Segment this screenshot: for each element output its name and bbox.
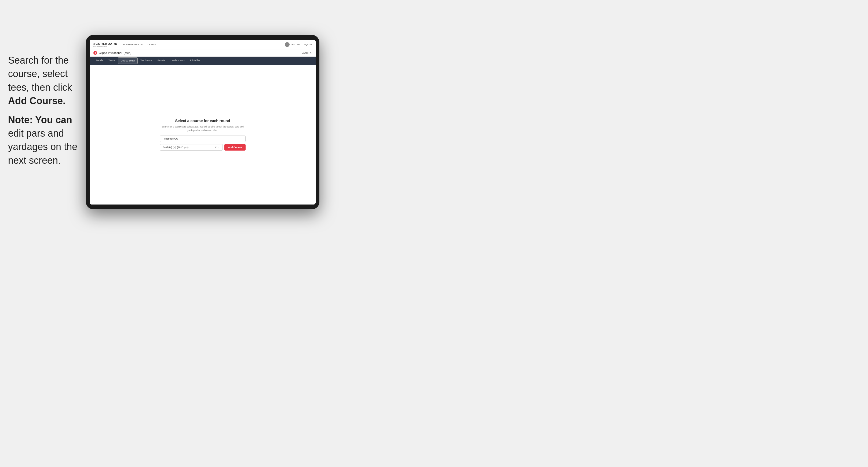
pipe-separator: |	[302, 43, 303, 45]
nav-teams[interactable]: TEAMS	[147, 43, 156, 46]
tab-bar: Details Teams Course Setup Tee Groups Re…	[90, 57, 316, 65]
instruction-note: Note: You can edit pars andyardages on t…	[8, 113, 83, 167]
chevron-icon[interactable]: ⌄	[218, 146, 220, 149]
tab-teams[interactable]: Teams	[106, 57, 118, 64]
tee-select-value: Gold (M) (M) (7010 yds)	[163, 146, 188, 149]
tee-select-dropdown[interactable]: Gold (M) (M) (7010 yds) ✕ ⌄	[160, 144, 223, 151]
tablet-screen: SCOREBOARD Powered by clippd TOURNAMENTS…	[90, 40, 316, 205]
top-nav: SCOREBOARD Powered by clippd TOURNAMENTS…	[90, 40, 316, 50]
user-name: Test User	[291, 43, 300, 45]
tab-results[interactable]: Results	[155, 57, 168, 64]
nav-tournaments[interactable]: TOURNAMENTS	[123, 43, 143, 46]
instructions-panel: Search for thecourse, selecttees, then c…	[8, 54, 83, 173]
tablet-device: SCOREBOARD Powered by clippd TOURNAMENTS…	[86, 35, 319, 209]
tournament-title: C Clippd Invitational (Men)	[93, 51, 131, 55]
logo-text: SCOREBOARD	[93, 42, 117, 45]
note-bold: Note: You can	[8, 114, 72, 125]
card-description: Search for a course and select a tee. Yo…	[160, 125, 246, 132]
note-text: edit pars andyardages on thenext screen.	[8, 128, 77, 166]
logo-sub: Powered by clippd	[93, 45, 117, 47]
tab-printables[interactable]: Printables	[187, 57, 203, 64]
sign-out-link[interactable]: Sign out	[304, 43, 312, 45]
logo-area: SCOREBOARD Powered by clippd	[93, 42, 117, 47]
tab-leaderboards[interactable]: Leaderboards	[168, 57, 187, 64]
tab-details[interactable]: Details	[93, 57, 106, 64]
card-title: Select a course for each round	[160, 119, 246, 123]
add-course-button[interactable]: Add Course	[224, 144, 246, 151]
tab-course-setup[interactable]: Course Setup	[118, 57, 138, 64]
instruction-bold: Add Course.	[8, 95, 65, 106]
tournament-subtitle: (Men)	[124, 51, 131, 55]
nav-links: TOURNAMENTS TEAMS	[123, 43, 284, 46]
top-right: T Test User | Sign out	[285, 42, 312, 47]
course-search-input[interactable]	[160, 135, 246, 142]
tab-tee-groups[interactable]: Tee Groups	[138, 57, 155, 64]
cancel-button[interactable]: Cancel ✕	[302, 52, 312, 54]
tee-row: Gold (M) (M) (7010 yds) ✕ ⌄ Add Course	[160, 144, 246, 151]
instruction-line1: Search for thecourse, selecttees, then c…	[8, 54, 83, 108]
main-content: Select a course for each round Search fo…	[90, 65, 316, 205]
course-setup-card: Select a course for each round Search fo…	[160, 119, 246, 151]
tournament-name: Clippd Invitational	[99, 51, 122, 55]
clear-icon[interactable]: ✕	[215, 146, 217, 149]
tee-select-controls: ✕ ⌄	[215, 146, 220, 149]
tournament-icon: C	[93, 51, 97, 55]
tournament-header: C Clippd Invitational (Men) Cancel ✕	[90, 50, 316, 57]
user-avatar: T	[285, 42, 289, 47]
